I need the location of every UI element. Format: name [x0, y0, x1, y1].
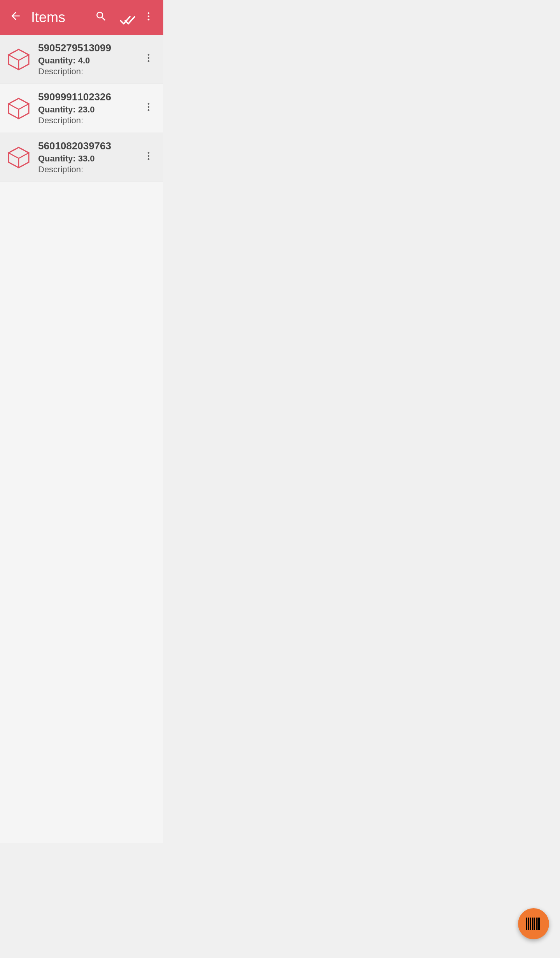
more-menu-button[interactable]	[140, 8, 157, 28]
list-item[interactable]: 5909991102326 Quantity: 23.0 Description…	[0, 84, 163, 133]
svg-point-0	[148, 12, 150, 14]
item-details: 5905279513099 Quantity: 4.0 Description:	[38, 42, 133, 77]
header-actions	[92, 7, 157, 28]
svg-point-8	[148, 54, 150, 56]
item-details: 5601082039763 Quantity: 33.0 Description…	[38, 140, 133, 175]
item-barcode: 5905279513099	[38, 42, 133, 54]
empty-content-area	[0, 182, 163, 843]
svg-line-22	[9, 153, 19, 158]
app-header: Items	[0, 0, 163, 35]
svg-point-18	[148, 109, 150, 111]
item-more-button[interactable]	[140, 98, 157, 118]
svg-point-1	[148, 15, 150, 17]
page-title: Items	[31, 9, 86, 26]
item-description: Description:	[38, 116, 133, 126]
svg-line-6	[9, 55, 19, 60]
svg-line-23	[19, 153, 29, 158]
list-item[interactable]: 5601082039763 Quantity: 33.0 Description…	[0, 133, 163, 182]
svg-point-2	[148, 18, 150, 20]
item-icon	[6, 96, 31, 121]
svg-point-24	[148, 152, 150, 154]
item-description: Description:	[38, 67, 133, 77]
item-quantity: Quantity: 33.0	[38, 154, 133, 164]
item-details: 5909991102326 Quantity: 23.0 Description…	[38, 91, 133, 126]
item-icon	[6, 47, 31, 72]
item-more-button[interactable]	[140, 147, 157, 167]
svg-point-17	[148, 106, 150, 108]
item-more-button[interactable]	[140, 49, 157, 69]
svg-point-9	[148, 57, 150, 59]
item-list: 5905279513099 Quantity: 4.0 Description:	[0, 35, 163, 182]
svg-point-10	[148, 60, 150, 62]
svg-point-25	[148, 155, 150, 157]
svg-point-26	[148, 158, 150, 160]
svg-marker-4	[9, 49, 29, 60]
svg-line-7	[19, 55, 29, 60]
double-check-button[interactable]	[117, 11, 134, 25]
item-icon	[6, 145, 31, 170]
item-description: Description:	[38, 165, 133, 175]
back-button[interactable]	[6, 7, 25, 28]
svg-marker-12	[9, 98, 29, 109]
list-item[interactable]: 5905279513099 Quantity: 4.0 Description:	[0, 35, 163, 84]
item-barcode: 5909991102326	[38, 91, 133, 103]
item-barcode: 5601082039763	[38, 140, 133, 152]
item-quantity: Quantity: 4.0	[38, 56, 133, 66]
svg-line-14	[9, 104, 19, 109]
svg-point-16	[148, 103, 150, 105]
search-button[interactable]	[92, 7, 110, 28]
item-quantity: Quantity: 23.0	[38, 105, 133, 115]
svg-marker-20	[9, 147, 29, 158]
svg-line-15	[19, 104, 29, 109]
